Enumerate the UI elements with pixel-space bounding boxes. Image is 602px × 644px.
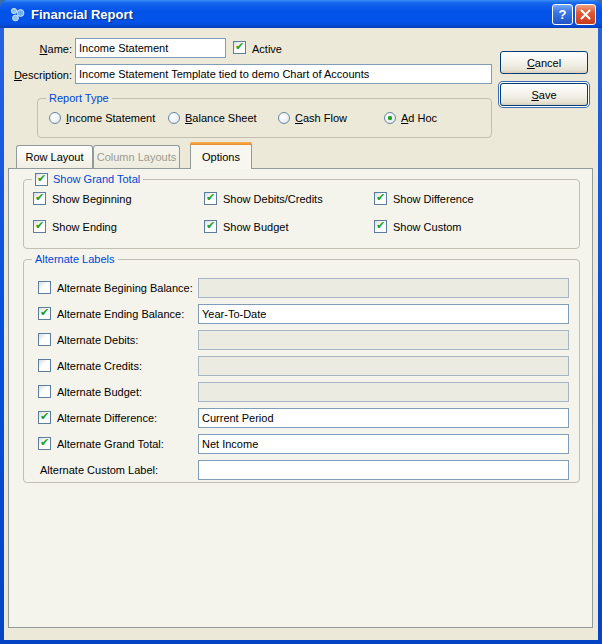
alternate-credits-label: Alternate Credits: <box>57 360 142 372</box>
alternate-budget-checkbox[interactable] <box>38 385 51 398</box>
alternate-grand-total-label: Alternate Grand Total: <box>57 438 164 450</box>
show-budget-checkbox-item[interactable]: Show Budget <box>204 220 288 233</box>
active-checkbox[interactable] <box>233 41 246 54</box>
tab-options[interactable]: Options <box>190 142 252 169</box>
show-beginning-checkbox-item[interactable]: Show Beginning <box>33 192 132 205</box>
window-title: Financial Report <box>31 7 550 22</box>
alternate-ending-balance-input[interactable] <box>198 304 569 324</box>
alternate-custom-label-label: Alternate Custom Label: <box>40 464 158 476</box>
alternate-ending-balance-checkbox[interactable] <box>38 307 51 320</box>
alternate-budget-label: Alternate Budget: <box>57 386 142 398</box>
show-custom-checkbox-item[interactable]: Show Custom <box>374 220 461 233</box>
alternate-debits-checkbox[interactable] <box>38 333 51 346</box>
alternate-begining-balance-label: Alternate Begining Balance: <box>57 282 193 294</box>
help-icon: ? <box>559 7 567 22</box>
alternate-begining-balance-input <box>198 278 569 298</box>
title-bar[interactable]: Financial Report ? <box>0 0 602 28</box>
radio-ad-hoc-circle <box>384 112 396 124</box>
help-button[interactable]: ? <box>552 4 573 25</box>
show-difference-checkbox-item[interactable]: Show Difference <box>374 192 474 205</box>
show-beginning-checkbox <box>33 192 46 205</box>
show-debits-credits-checkbox-item[interactable]: Show Debits/Credits <box>204 192 323 205</box>
report-type-group: Report Type Income Statement Balance She… <box>37 98 492 138</box>
alternate-labels-group: Alternate Labels Alternate Begining Bala… <box>23 259 580 483</box>
alternate-debits-label: Alternate Debits: <box>57 334 138 346</box>
app-icon <box>9 6 26 23</box>
report-type-group-label: Report Type <box>46 91 112 105</box>
alternate-grand-total-checkbox[interactable] <box>38 437 51 450</box>
show-custom-checkbox <box>374 220 387 233</box>
show-grand-total-checkbox[interactable] <box>35 173 48 186</box>
alternate-credits-checkbox[interactable] <box>38 359 51 372</box>
grand-total-group-label: Show Grand Total <box>53 173 140 185</box>
close-icon <box>580 9 591 20</box>
tab-column-layouts: Column Layouts <box>93 145 180 168</box>
radio-income-statement-circle <box>49 112 61 124</box>
tab-row-layout[interactable]: Row Layout <box>16 145 93 168</box>
alternate-grand-total-input[interactable] <box>198 434 569 454</box>
alternate-budget-input <box>198 382 569 402</box>
financial-report-dialog: Financial Report ? Name: Active Descript… <box>0 0 602 644</box>
description-label: Description: <box>10 69 72 81</box>
active-label: Active <box>252 43 282 55</box>
show-budget-checkbox <box>204 220 217 233</box>
show-debits-credits-checkbox <box>204 192 217 205</box>
description-input[interactable] <box>75 64 492 84</box>
alternate-begining-balance-checkbox[interactable] <box>38 281 51 294</box>
close-button[interactable] <box>575 4 596 25</box>
radio-balance-sheet[interactable]: Balance Sheet <box>168 112 257 124</box>
radio-income-statement[interactable]: Income Statement <box>49 112 155 124</box>
alternate-difference-input[interactable] <box>198 408 569 428</box>
radio-ad-hoc[interactable]: Ad Hoc <box>384 112 437 124</box>
options-tab-panel: Show Grand Total Show Beginning Show Deb… <box>8 168 593 628</box>
alternate-ending-balance-label: Alternate Ending Balance: <box>57 308 184 320</box>
grand-total-group-header[interactable]: Show Grand Total <box>32 172 143 186</box>
save-button[interactable]: Save <box>500 83 588 106</box>
grand-total-group: Show Grand Total Show Beginning Show Deb… <box>23 179 580 249</box>
alternate-debits-input <box>198 330 569 350</box>
show-ending-checkbox <box>33 220 46 233</box>
alternate-difference-label: Alternate Difference: <box>57 412 157 424</box>
name-input[interactable] <box>75 38 226 58</box>
name-label: Name: <box>10 43 72 55</box>
alternate-difference-checkbox[interactable] <box>38 411 51 424</box>
show-difference-checkbox <box>374 192 387 205</box>
show-ending-checkbox-item[interactable]: Show Ending <box>33 220 117 233</box>
cancel-button[interactable]: Cancel <box>500 51 588 74</box>
alternate-labels-group-label: Alternate Labels <box>32 252 118 266</box>
radio-cash-flow[interactable]: Cash Flow <box>278 112 347 124</box>
alternate-credits-input <box>198 356 569 376</box>
radio-cash-flow-circle <box>278 112 290 124</box>
alternate-custom-label-input[interactable] <box>198 460 569 480</box>
radio-balance-sheet-circle <box>168 112 180 124</box>
dialog-body: Name: Active Description: Cancel Save Re… <box>4 28 598 640</box>
